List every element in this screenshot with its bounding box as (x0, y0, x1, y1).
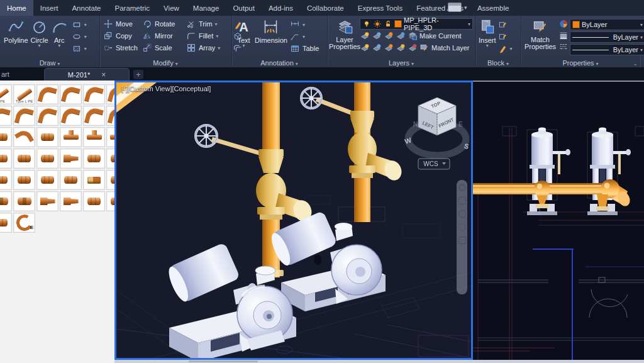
palette-fitting-elbow[interactable] (0, 106, 12, 126)
palette-fitting-coupling[interactable] (13, 148, 35, 169)
menu-tab-annotate[interactable]: Annotate (65, 0, 108, 16)
wcs-button[interactable]: WCS (418, 159, 450, 169)
stretch-button[interactable]: Stretch (103, 42, 142, 53)
scale-button[interactable]: Scale (142, 42, 186, 53)
palette-fitting-tee[interactable] (83, 127, 105, 147)
palette-fitting-union[interactable] (0, 191, 12, 211)
block-panel-title[interactable]: Block▾ (475, 59, 521, 67)
zoom-icon[interactable] (458, 210, 466, 218)
palette-fitting-elbow[interactable] (60, 84, 82, 104)
layer-properties-button[interactable]: Layer Properties (330, 16, 360, 50)
freeze-layer-icon[interactable] (384, 31, 394, 41)
file-tab-start[interactable]: art (1, 70, 9, 78)
palette-fitting-coupling[interactable] (0, 213, 12, 233)
unisolate-layer-icon[interactable] (372, 43, 382, 53)
palette-fitting-pipe[interactable]: L PE (0, 84, 12, 104)
panel-launcher-icon[interactable]: ⌄ (633, 60, 638, 67)
draw-panel-title[interactable]: Draw▾ (0, 59, 99, 67)
palette-fitting-trap[interactable]: E (13, 213, 35, 233)
navigation-bar[interactable] (457, 180, 467, 294)
rectangle-button[interactable]: ▾ (72, 19, 87, 30)
palette-fitting-coupling[interactable] (36, 127, 58, 147)
menu-tab-output[interactable]: Output (226, 0, 262, 16)
valve-handwheel-icon[interactable] (301, 88, 321, 108)
ribbon-display-toggle[interactable]: ▾ (448, 3, 467, 12)
fillet-button[interactable]: Fillet▾ (186, 30, 231, 42)
viewport-controls-label[interactable]: [-][Custom View][Conceptual] (121, 85, 211, 92)
palette-fitting-coupling[interactable] (106, 148, 114, 169)
menu-tab-view[interactable]: View (157, 0, 186, 16)
layers-panel-title[interactable]: Layers▾ (327, 59, 475, 67)
orbit-icon[interactable] (458, 223, 466, 231)
palette-fitting-union[interactable] (13, 191, 35, 211)
pan-icon[interactable] (458, 197, 466, 204)
menu-tab-add-ins[interactable]: Add-ins (262, 0, 300, 16)
palette-fitting-coupling[interactable] (0, 127, 12, 147)
palette-fitting-tee[interactable] (60, 127, 82, 147)
horizontal-scrollbar[interactable] (189, 360, 258, 362)
steering-wheel-icon[interactable] (458, 184, 466, 191)
linear-dimension-button[interactable]: ▾ (290, 19, 319, 30)
palette-fitting-reducer[interactable] (60, 191, 82, 211)
palette-fitting-adapter[interactable] (83, 170, 105, 190)
array-button[interactable]: Array▾ (186, 42, 231, 53)
palette-fitting-coupling[interactable] (106, 191, 114, 211)
palette-fitting-coupling[interactable] (36, 148, 58, 169)
palette-fitting-coupling[interactable] (60, 170, 82, 190)
color-wheel-icon[interactable] (558, 19, 569, 29)
palette-fitting-reducer[interactable] (36, 191, 58, 211)
move-button[interactable]: Move (103, 18, 142, 30)
text-button[interactable]: Text▾ (234, 16, 253, 48)
circle-button[interactable]: Circle▾ (30, 16, 50, 48)
match-properties-button[interactable]: Match Properties (523, 16, 557, 50)
palette-fitting-reducer[interactable] (60, 148, 82, 169)
palette-fitting-elbow[interactable] (106, 84, 114, 104)
table-button[interactable]: Table (290, 43, 319, 54)
palette-fitting-coupling[interactable] (83, 148, 105, 169)
define-attribute-button[interactable] (497, 31, 513, 42)
linetype-dropdown[interactable]: ByLayer ▾ (570, 44, 644, 55)
new-tab-button[interactable]: + (133, 70, 143, 79)
linetype-icon[interactable] (558, 42, 569, 52)
palette-fitting-elbow[interactable] (36, 106, 58, 126)
menu-tab-insert[interactable]: Insert (33, 0, 65, 16)
hatch-button[interactable]: ▾ (72, 43, 87, 54)
turn-on-layer-icon[interactable] (360, 43, 370, 53)
palette-fitting-coupling[interactable] (83, 191, 105, 211)
palette-fitting-coupling[interactable] (36, 170, 58, 190)
palette-fitting-elbow45[interactable] (13, 127, 35, 147)
layer-walk-icon[interactable] (408, 43, 418, 53)
menu-tab-parametric[interactable]: Parametric (108, 0, 157, 16)
menu-tab-manage[interactable]: Manage (186, 0, 226, 16)
model-viewport[interactable]: W S N E TOP LEFT FRONT WCS (114, 81, 473, 360)
menu-tab-assemble[interactable]: Assemble (470, 0, 516, 16)
layer-dropdown[interactable]: MP_HPLR-PIPE_3D ▾ (360, 18, 473, 30)
lock-layer-icon[interactable] (396, 31, 406, 41)
menu-tab-home[interactable]: Home (0, 0, 33, 16)
trim-button[interactable]: Trim▾ (186, 18, 231, 30)
arc-button[interactable]: Arc▾ (50, 16, 69, 48)
palette-fitting-coupling[interactable] (0, 148, 12, 169)
palette-fitting-elbow[interactable] (36, 84, 58, 104)
edit-attribute-button[interactable] (497, 19, 513, 30)
plan-viewport[interactable] (473, 81, 644, 360)
palette-fitting-pipe[interactable]: Type L PE (13, 84, 35, 104)
leader-button[interactable]: ▾ (290, 31, 319, 42)
match-layer-button[interactable]: Match Layer (431, 44, 470, 52)
menu-tab-express-tools[interactable]: Express Tools (351, 0, 409, 16)
turn-off-layer-icon[interactable] (360, 31, 370, 41)
polyline-button[interactable]: Polyline (3, 16, 30, 44)
object-color-dropdown[interactable]: ByLayer ▾ (570, 19, 644, 30)
copy-button[interactable]: Copy (103, 30, 142, 42)
properties-panel-title[interactable]: Properties▾ ⌄ (521, 59, 640, 67)
palette-fitting-tee[interactable] (106, 127, 114, 147)
annotation-panel-title[interactable]: Annotation▾ (231, 59, 327, 67)
thaw-layer-icon[interactable] (384, 43, 394, 53)
modify-panel-title[interactable]: Modify▾ (99, 59, 231, 67)
lineweight-icon[interactable] (558, 30, 569, 40)
mirror-button[interactable]: Mirror (142, 30, 186, 42)
palette-fitting-elbow[interactable] (83, 84, 105, 104)
palette-fitting-coupling[interactable] (106, 170, 114, 190)
palette-fitting-elbow[interactable] (83, 106, 105, 126)
palette-fitting-elbow[interactable] (13, 106, 35, 126)
